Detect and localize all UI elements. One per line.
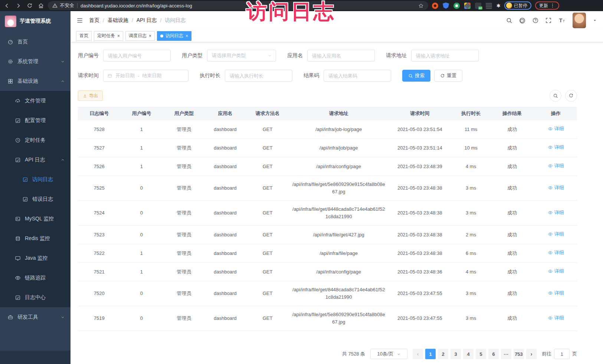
extension-icon-dark[interactable]: [486, 3, 492, 9]
search-icon[interactable]: [506, 17, 512, 24]
sidebar-item-label: API 日志: [25, 157, 45, 163]
security-indicator[interactable]: 不安全: [52, 2, 74, 9]
app-name-input[interactable]: [307, 50, 375, 62]
clock-icon: [15, 137, 21, 143]
sidebar-item-label: Redis 监控: [25, 235, 50, 242]
detail-link[interactable]: 详细: [548, 314, 564, 322]
bookmark-star-icon[interactable]: [418, 3, 424, 9]
result-code-input[interactable]: [324, 70, 391, 82]
hamburger-icon[interactable]: [76, 17, 83, 24]
sidebar-item-infra[interactable]: 基础设施: [0, 71, 71, 91]
close-icon[interactable]: ×: [149, 34, 151, 38]
pager-page-6[interactable]: 6: [488, 349, 499, 359]
pager-prev[interactable]: ‹: [413, 349, 423, 359]
browser-back-icon[interactable]: [4, 3, 10, 9]
sidebar-item-file-manage[interactable]: 文件管理: [0, 91, 71, 111]
pager-page-753[interactable]: 753: [514, 349, 524, 359]
tab-access-log[interactable]: 访问日志 ×: [157, 31, 191, 41]
tab-scheduled-job[interactable]: 定时任务 ×: [94, 31, 123, 41]
pager-page-3[interactable]: 3: [450, 349, 461, 359]
goto-page-input[interactable]: [554, 349, 570, 359]
sidebar-item-mysql-monitor[interactable]: MySQL 监控: [0, 209, 71, 229]
cell-method: GET: [245, 120, 290, 139]
sidebar-item-redis-monitor[interactable]: Redis 监控: [0, 229, 71, 248]
result-code-label: 结果码: [304, 72, 324, 79]
browser-home-icon[interactable]: [38, 3, 44, 9]
browser-menu-icon[interactable]: [550, 3, 555, 8]
page-size-select[interactable]: 10条/页: [370, 349, 407, 359]
detail-link[interactable]: 详细: [548, 249, 564, 256]
refresh-table-button[interactable]: [565, 90, 577, 102]
breadcrumb-item[interactable]: 首页: [89, 17, 99, 24]
cell-log-id: 7524: [78, 201, 120, 226]
sidebar-item-system[interactable]: 系统管理: [0, 52, 71, 71]
export-button[interactable]: 导出: [78, 91, 103, 101]
browser-profile-chip[interactable]: 已暂停: [504, 1, 531, 10]
extensions-pin-icon[interactable]: ✱: [497, 3, 501, 9]
reset-button[interactable]: 重置: [434, 70, 462, 82]
cell-app: dashboard: [205, 120, 245, 139]
tab-home[interactable]: 首页: [76, 31, 92, 41]
detail-link[interactable]: 详细: [548, 209, 564, 216]
pager-page-4[interactable]: 4: [463, 349, 473, 359]
duration-input[interactable]: [225, 70, 292, 82]
user-type-select[interactable]: 请选择用户类型: [207, 50, 276, 62]
table-row: 75200管理员dashboardGET/api/infra/file/get/…: [78, 281, 577, 306]
table-header-row: 日志编号 用户编号 用户类型 应用名 请求方法名 请求地址 请求时间 执行时长 …: [78, 107, 577, 120]
request-url-input[interactable]: [411, 50, 479, 62]
browser-update-button[interactable]: 更新: [535, 1, 559, 10]
fullscreen-icon[interactable]: [545, 17, 552, 24]
breadcrumb-item[interactable]: API 日志: [137, 17, 157, 24]
browser-reload-icon[interactable]: [27, 3, 33, 9]
font-size-icon[interactable]: [558, 17, 566, 24]
breadcrumb-separator: /: [103, 17, 104, 23]
user-id-input[interactable]: [103, 50, 171, 62]
search-button[interactable]: 搜索: [402, 70, 430, 82]
sidebar-item-java-monitor[interactable]: Java 监控: [0, 248, 71, 268]
sidebar-item-log-center[interactable]: 日志中心: [0, 288, 71, 307]
help-icon[interactable]: [532, 17, 539, 24]
detail-link[interactable]: 详细: [548, 289, 564, 297]
page-size-label: 10条/页: [377, 351, 393, 357]
address-bar[interactable]: 不安全 dashboard.yudao.iocoder.cn/infra/log…: [48, 1, 428, 10]
cell-result: 成功: [490, 281, 535, 306]
user-avatar[interactable]: [573, 13, 586, 28]
sidebar-logo[interactable]: 芋道管理系统: [0, 11, 71, 31]
detail-link[interactable]: 详细: [548, 125, 564, 132]
breadcrumb-item[interactable]: 基础设施: [108, 17, 128, 24]
pager-page-2[interactable]: 2: [438, 349, 448, 359]
browser-forward-icon[interactable]: [15, 3, 22, 9]
detail-link[interactable]: 详细: [548, 144, 564, 151]
pager-page-5[interactable]: 5: [476, 349, 486, 359]
extension-icon-an[interactable]: [475, 3, 481, 9]
extension-icon-shield[interactable]: [443, 3, 449, 9]
tab-schedule-log[interactable]: 调度日志 ×: [125, 31, 155, 41]
close-icon[interactable]: ×: [117, 34, 120, 38]
sidebar-item-config-manage[interactable]: 配置管理: [0, 111, 71, 130]
extension-icon-orange[interactable]: [432, 3, 438, 9]
detail-link[interactable]: 详细: [548, 184, 564, 191]
caret-down-icon[interactable]: [592, 18, 597, 23]
toggle-search-button[interactable]: [550, 90, 561, 102]
detail-link[interactable]: 详细: [548, 162, 564, 170]
col-log-id: 日志编号: [78, 107, 120, 120]
sidebar-item-scheduled-job[interactable]: 定时任务: [0, 130, 71, 150]
sidebar-item-dev-tools[interactable]: 研发工具: [0, 307, 71, 327]
browser-toolbar: 不安全 dashboard.yudao.iocoder.cn/infra/log…: [0, 0, 603, 11]
date-range-picker[interactable]: 开始日期 - 结束日期: [103, 70, 189, 82]
detail-link[interactable]: 详细: [548, 268, 564, 275]
extension-icon-grid[interactable]: [464, 3, 471, 9]
sidebar-item-trace[interactable]: 链路追踪: [0, 268, 71, 288]
sidebar-item-api-log[interactable]: API 日志: [0, 150, 71, 170]
sidebar-item-access-log[interactable]: 访问日志: [0, 170, 71, 189]
extension-icon-green[interactable]: [453, 3, 460, 9]
sidebar-item-error-log[interactable]: 错误日志: [0, 189, 71, 209]
pager-page-1[interactable]: 1: [425, 349, 436, 359]
close-icon[interactable]: ×: [186, 34, 188, 38]
sidebar-item-home[interactable]: 首页: [0, 32, 71, 52]
pager-more[interactable]: ···: [501, 349, 511, 359]
detail-link[interactable]: 详细: [548, 230, 564, 238]
pager-next[interactable]: ›: [526, 349, 537, 359]
eye-icon: [548, 163, 553, 168]
github-icon[interactable]: [519, 17, 526, 24]
